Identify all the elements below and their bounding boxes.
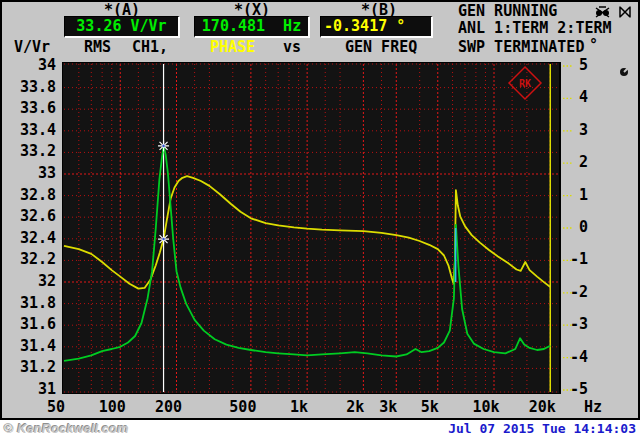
readout-b-value: -0.3417 ° [324, 19, 405, 34]
y-left-tick: 31.6 [8, 317, 56, 332]
y-right-tick: 5 [554, 58, 588, 73]
y-left-tick: 32.8 [8, 188, 56, 203]
channel-label: CH1, [132, 40, 168, 55]
y-left-tick: 32.4 [8, 231, 56, 246]
pointer-icon [619, 62, 629, 81]
rk-logo-text: RK [519, 78, 531, 89]
y-right-tick: -4 [554, 350, 588, 365]
y-right-tick: -5 [554, 382, 588, 397]
y-right-tick: -1 [554, 252, 588, 267]
x-tick: 100 [90, 400, 134, 415]
right-axis-unit: ° [589, 38, 598, 53]
speaker-muted-icon [617, 4, 633, 23]
y-left-tick: 31.8 [8, 296, 56, 311]
datetime: Jul 07 2015 Tue 14:14:03 [448, 421, 636, 436]
readout-b-box: -0.3417 ° [320, 16, 433, 38]
y-right-tick: -3 [554, 317, 588, 332]
cursor-marker-center [162, 238, 165, 241]
x-tick: 20k [520, 400, 564, 415]
cursor-marker-center [162, 145, 165, 148]
x-tick: 200 [147, 400, 191, 415]
y-left-tick: 33.8 [8, 80, 56, 95]
left-axis-unit: V/Vr [14, 40, 50, 55]
readout-x-value: 170.481 Hz [202, 19, 301, 34]
y-right-tick: 1 [554, 188, 588, 203]
phase-label: PHASE [210, 40, 255, 55]
y-right-tick: 3 [554, 123, 588, 138]
status-analyzer: ANL 1:TERM 2:TERM [458, 21, 612, 36]
y-left-tick: 34 [8, 58, 56, 73]
y-left-tick: 31.2 [8, 360, 56, 375]
status-generator: GEN RUNNING [458, 4, 557, 19]
alarm-muted-icon [594, 4, 611, 23]
watermark: © KenRockwell.com [4, 421, 128, 436]
x-tick: 500 [221, 400, 265, 415]
y-right-tick: 4 [554, 90, 588, 105]
y-left-tick: 31 [8, 382, 56, 397]
y-right-tick: -2 [554, 285, 588, 300]
readout-a-box: 33.26 V/Vr [64, 16, 180, 38]
x-tick: 1k [277, 400, 321, 415]
plot-svg[interactable]: RK [62, 62, 574, 394]
y-left-tick: 33.2 [8, 144, 56, 159]
analyzer-screen: *(A) *(X) *(B) GEN RUNNING ANL 1:TERM 2:… [0, 0, 640, 436]
y-right-tick: 0 [554, 220, 588, 235]
y-left-tick: 32 [8, 274, 56, 289]
x-axis-unit: Hz [584, 400, 602, 415]
y-left-tick: 32.6 [8, 209, 56, 224]
y-left-tick: 33 [8, 166, 56, 181]
status-sweep: SWP TERMINATED [458, 40, 584, 55]
x-tick: 5k [408, 400, 452, 415]
y-left-tick: 31.4 [8, 339, 56, 354]
readout-x-box: 170.481 Hz [194, 16, 310, 38]
y-left-tick: 32.2 [8, 252, 56, 267]
x-tick: 3k [366, 400, 410, 415]
x-tick: 50 [34, 400, 78, 415]
meas-type-label: RMS [84, 40, 111, 55]
x-tick: 10k [464, 400, 508, 415]
y-right-tick: 2 [554, 155, 588, 170]
x-source-label: GEN FREQ [345, 40, 417, 55]
y-left-tick: 33.6 [8, 101, 56, 116]
readout-a-value: 33.26 V/Vr [76, 19, 166, 34]
y-left-tick: 33.4 [8, 123, 56, 138]
vs-label: vs [283, 40, 301, 55]
